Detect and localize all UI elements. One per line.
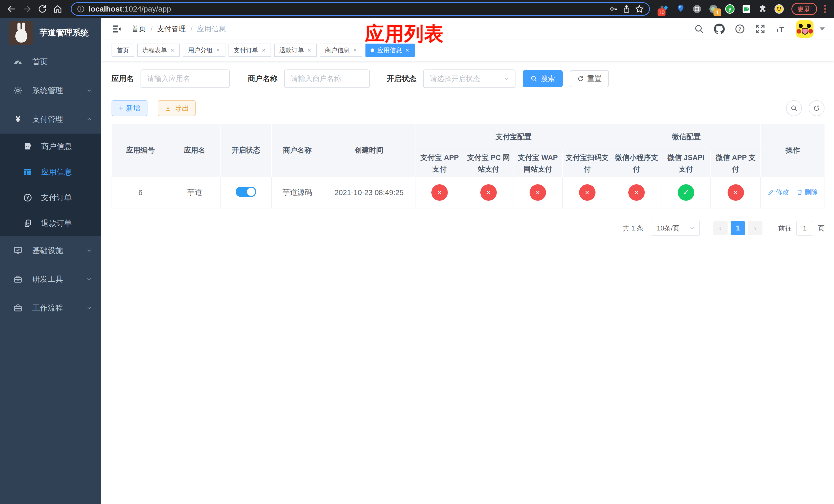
plus-icon: + bbox=[119, 104, 123, 112]
status-select[interactable]: 请选择开启状态 bbox=[423, 69, 515, 88]
address-bar[interactable]: localhost:1024/pay/app bbox=[71, 2, 650, 16]
store-icon bbox=[23, 142, 33, 151]
col-wechat-mini: 微信小程序支付 bbox=[612, 150, 661, 177]
home-icon[interactable] bbox=[52, 3, 64, 15]
github-icon[interactable] bbox=[714, 24, 725, 35]
sidebar-item-refund-order[interactable]: 退款订单 bbox=[0, 210, 101, 236]
breadcrumb-payment[interactable]: 支付管理 bbox=[157, 24, 186, 34]
main-area: 应用列表 首页 / 支付管理 / 应用信息 ? bbox=[101, 18, 834, 504]
status-check-icon: ✓ bbox=[678, 184, 694, 201]
breadcrumb-home[interactable]: 首页 bbox=[132, 24, 146, 34]
sidebar-item-infrastructure[interactable]: 基础设施 bbox=[0, 236, 101, 265]
tab-merchant-info[interactable]: 商户信息× bbox=[320, 44, 363, 57]
font-size-icon[interactable]: TT bbox=[775, 24, 786, 34]
documents-icon bbox=[23, 219, 33, 228]
browser-update-button[interactable]: 更新 bbox=[791, 3, 817, 15]
sidebar-item-workflow[interactable]: 工作流程 bbox=[0, 294, 101, 322]
export-button[interactable]: 导出 bbox=[158, 100, 196, 116]
close-icon[interactable]: × bbox=[216, 47, 220, 54]
close-icon[interactable]: × bbox=[261, 47, 266, 54]
help-icon[interactable]: ? bbox=[734, 24, 745, 35]
pagination-total: 共 1 条 bbox=[623, 224, 643, 233]
col-group-alipay: 支付宝配置 bbox=[415, 123, 612, 150]
status-toggle[interactable] bbox=[236, 187, 256, 197]
cell-app-id: 6 bbox=[112, 177, 169, 208]
chevron-down-icon bbox=[503, 75, 510, 82]
fullscreen-icon[interactable] bbox=[755, 24, 765, 34]
close-icon[interactable]: × bbox=[353, 47, 357, 54]
sidebar-item-dev-tools[interactable]: 研发工具 bbox=[0, 265, 101, 294]
sidebar-item-label: 商户信息 bbox=[41, 141, 72, 152]
yen-icon: ¥ bbox=[12, 115, 24, 124]
edit-link[interactable]: 修改 bbox=[768, 188, 789, 197]
refresh-icon bbox=[813, 105, 820, 112]
browser-menu-icon[interactable] bbox=[822, 5, 828, 13]
app-name-input[interactable] bbox=[140, 69, 230, 88]
extension-y-green-icon[interactable]: y bbox=[725, 4, 735, 14]
download-icon bbox=[164, 105, 172, 112]
page-unit-label: 页 bbox=[818, 224, 825, 233]
extension-emoji-icon[interactable] bbox=[774, 4, 784, 14]
tab-app-info[interactable]: 应用信息× bbox=[366, 44, 415, 57]
extension-badge: 1 bbox=[714, 8, 721, 16]
tab-pay-order[interactable]: 支付订单× bbox=[228, 44, 271, 57]
search-button[interactable]: 搜索 bbox=[523, 70, 563, 87]
tab-process-form[interactable]: 流程表单× bbox=[137, 44, 180, 57]
share-icon[interactable] bbox=[622, 4, 631, 14]
page-size-select[interactable]: 10条/页 bbox=[651, 221, 700, 235]
col-alipay-wap: 支付宝 WAP 网站支付 bbox=[513, 150, 563, 177]
search-icon[interactable] bbox=[694, 24, 704, 34]
bookmark-star-icon[interactable] bbox=[635, 4, 644, 14]
extension-blue-diamond-icon[interactable]: 10 bbox=[659, 4, 670, 14]
sidebar-item-label: 支付管理 bbox=[32, 114, 86, 124]
sidebar-item-label: 研发工具 bbox=[32, 274, 86, 284]
dashboard-icon bbox=[12, 57, 24, 67]
user-avatar[interactable] bbox=[796, 20, 813, 38]
page-number-button[interactable]: 1 bbox=[731, 221, 745, 235]
back-icon[interactable] bbox=[6, 3, 18, 15]
password-key-icon[interactable] bbox=[609, 4, 618, 14]
sidebar-item-payment[interactable]: ¥ 支付管理 bbox=[0, 105, 101, 134]
extension-chat-icon[interactable] bbox=[741, 4, 751, 14]
page-info-icon[interactable] bbox=[77, 5, 85, 13]
extensions-puzzle-icon[interactable] bbox=[758, 4, 768, 14]
url-text[interactable]: localhost:1024/pay/app bbox=[88, 5, 606, 13]
extension-proxy-icon[interactable]: 1 bbox=[708, 4, 719, 14]
toggle-search-button[interactable] bbox=[786, 100, 802, 116]
logo-image bbox=[9, 21, 33, 45]
sidebar-item-system[interactable]: 系统管理 bbox=[0, 76, 101, 105]
sidebar-item-app-info[interactable]: 应用信息 bbox=[0, 159, 101, 185]
add-button[interactable]: + 新增 bbox=[112, 100, 148, 116]
sidebar-logo[interactable]: 芋道管理系统 bbox=[0, 18, 101, 47]
delete-link[interactable]: 删除 bbox=[796, 188, 818, 197]
col-group-wechat: 微信配置 bbox=[612, 123, 761, 150]
forward-icon[interactable] bbox=[21, 3, 33, 15]
reload-icon[interactable] bbox=[37, 3, 48, 15]
sidebar-item-pay-order[interactable]: ¥ 支付订单 bbox=[0, 185, 101, 210]
close-icon[interactable]: × bbox=[405, 47, 410, 54]
chevron-down-icon bbox=[86, 87, 93, 94]
tab-refund-order[interactable]: 退款订单× bbox=[274, 44, 317, 57]
extension-balloon-icon[interactable] bbox=[676, 4, 686, 14]
refresh-table-button[interactable] bbox=[809, 100, 825, 116]
sidebar-item-home[interactable]: 首页 bbox=[0, 47, 101, 76]
tab-user-group[interactable]: 用户分组× bbox=[183, 44, 225, 57]
toolbox-icon bbox=[12, 303, 24, 313]
goto-page-input[interactable] bbox=[796, 221, 813, 235]
next-page-button[interactable]: › bbox=[748, 221, 763, 235]
reset-button[interactable]: 重置 bbox=[570, 70, 609, 87]
avatar-caret-icon[interactable] bbox=[820, 27, 825, 30]
status-cross-icon: × bbox=[579, 184, 595, 201]
table-toolbar: + 新增 导出 bbox=[112, 100, 825, 116]
sidebar-item-merchant-info[interactable]: 商户信息 bbox=[0, 134, 101, 159]
sidebar-collapse-icon[interactable] bbox=[108, 21, 126, 37]
close-icon[interactable]: × bbox=[307, 47, 312, 54]
tab-home[interactable]: 首页 bbox=[112, 44, 134, 57]
svg-text:T: T bbox=[776, 27, 779, 33]
filter-form: 应用名 商户名称 开启状态 请选择开启状态 搜索 重置 bbox=[112, 69, 825, 88]
col-actions: 操作 bbox=[761, 123, 825, 177]
prev-page-button[interactable]: ‹ bbox=[713, 221, 728, 235]
close-icon[interactable]: × bbox=[170, 47, 175, 54]
merchant-name-input[interactable] bbox=[284, 69, 370, 88]
extension-command-icon[interactable] bbox=[692, 4, 702, 14]
